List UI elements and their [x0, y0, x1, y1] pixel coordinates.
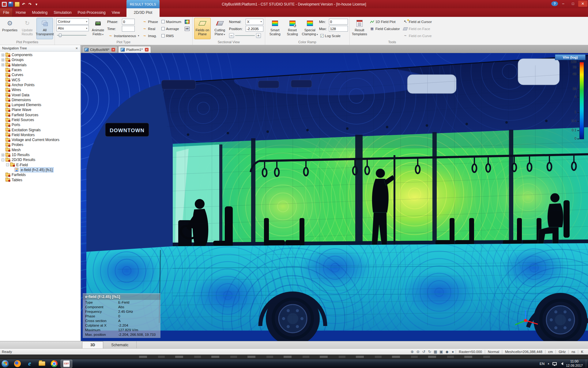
clock[interactable]: 11:00 12.09.2017: [566, 359, 586, 368]
tree-item-tables[interactable]: Tables: [0, 177, 80, 182]
tab-2d3d-plot[interactable]: 2D/3D Plot: [126, 8, 160, 17]
tree-item-dimensions[interactable]: Dimensions: [0, 98, 80, 102]
close-tab-icon[interactable]: ✕: [111, 48, 115, 52]
instantaneous-dropdown[interactable]: ~ Instantaneous▾: [107, 33, 140, 39]
maximum-button[interactable]: Maximum: [160, 18, 183, 25]
rms-button[interactable]: RMS: [160, 33, 183, 39]
tree-item-probes[interactable]: Probes: [0, 142, 80, 147]
tree-item-wires[interactable]: Wires: [0, 87, 80, 92]
position-input[interactable]: [246, 26, 263, 32]
contour-combobox[interactable]: Contour▾: [56, 18, 89, 25]
tree-expander-icon[interactable]: -: [2, 159, 4, 161]
min-input[interactable]: [329, 19, 348, 25]
view-tab-3d[interactable]: 3D: [82, 341, 103, 348]
position-minus-button[interactable]: –: [229, 33, 234, 38]
tree-expander-icon[interactable]: +: [2, 59, 4, 61]
language-indicator[interactable]: EN: [540, 362, 545, 366]
tree-item-e-field[interactable]: -E-Field: [0, 163, 80, 167]
taskbar-item-file-explorer[interactable]: [36, 360, 48, 368]
field-calculator-button[interactable]: ▦ Field Calculator: [369, 25, 401, 32]
taskbar-item-internet-explorer[interactable]: e: [24, 360, 36, 368]
open-icon[interactable]: [15, 2, 20, 7]
reset-scaling-button[interactable]: Reset Scaling: [284, 18, 301, 39]
position-plus-button[interactable]: +: [256, 33, 261, 38]
3d-viewport[interactable]: DOWNTOWN: [81, 53, 588, 341]
all-transparent-button[interactable]: All Transparent: [36, 18, 53, 39]
tree-item-field-sources[interactable]: Field Sources: [0, 117, 80, 122]
phase-input[interactable]: [122, 19, 135, 25]
tab-home[interactable]: Home: [13, 8, 29, 17]
close-button[interactable]: ✕: [578, 1, 587, 7]
rotate-right-icon[interactable]: ↻: [427, 349, 432, 354]
fields-on-plane-button[interactable]: Fields on Plane: [194, 18, 211, 39]
normal-combobox[interactable]: X▾: [246, 19, 263, 25]
axes-icon[interactable]: ◆: [444, 349, 450, 354]
tab-post-processing[interactable]: Post-Processing: [75, 8, 109, 17]
phase-button[interactable]: ~Phase: [141, 18, 159, 25]
tree-item-farfields[interactable]: Farfields: [0, 172, 80, 177]
show-hidden-icons[interactable]: ▲: [547, 362, 550, 365]
zoom-in-icon[interactable]: ⊕: [409, 349, 415, 354]
tree-item-plane-wave[interactable]: Plane Wave: [0, 107, 80, 112]
max-input[interactable]: [329, 26, 348, 32]
redo-icon[interactable]: ↷: [28, 2, 32, 7]
special-clamping-button[interactable]: Special Clamping▾: [302, 18, 318, 39]
view-tab-schematic[interactable]: Schematic: [103, 341, 137, 348]
tab-view[interactable]: View: [109, 8, 123, 17]
fit-view-icon[interactable]: ▣: [438, 349, 444, 354]
taskbar-item-cst-studio[interactable]: CST: [61, 360, 72, 368]
close-tree-icon[interactable]: ✕: [74, 46, 79, 51]
tab-modeling[interactable]: Modeling: [29, 8, 51, 17]
plot-opacity-slider[interactable]: [56, 33, 87, 38]
tree-item-voltage-and-current-monitors[interactable]: Voltage and Current Monitors: [0, 137, 80, 142]
tab-simulation[interactable]: Simulation: [51, 8, 74, 17]
tree-expander-icon[interactable]: -: [6, 163, 9, 166]
tree-item-anchor-points[interactable]: Anchor Points: [0, 82, 80, 87]
document-tab-citybuswifi[interactable]: CityBusWifi*✕: [82, 46, 118, 53]
log-scale-checkbox[interactable]: ✓ Log Scale: [319, 33, 348, 39]
minimize-button[interactable]: –: [559, 1, 568, 7]
tree-item-faces[interactable]: Faces: [0, 67, 80, 72]
tree-item-curves[interactable]: Curves: [0, 72, 80, 77]
tree-expander-icon[interactable]: +: [2, 54, 4, 56]
tree-item-farfield-sources[interactable]: Farfield Sources: [0, 113, 80, 117]
tree-item-groups[interactable]: +Groups: [0, 57, 80, 62]
imaginary-button[interactable]: ~Imag.: [141, 33, 159, 39]
animate-fields-button[interactable]: Animate Fields▾: [90, 18, 106, 39]
maximize-button[interactable]: □: [568, 1, 578, 7]
tree-item-1d-results[interactable]: +1D Results: [0, 152, 80, 157]
tree-item-excitation-signals[interactable]: Excitation Signals: [0, 127, 80, 132]
tree-item-voxel-data[interactable]: Voxel Data: [0, 92, 80, 97]
tree-item-wcs[interactable]: WCS: [0, 77, 80, 82]
tree-expander-icon[interactable]: +: [2, 154, 4, 156]
field-at-cursor-button[interactable]: ↖ Field at Cursor: [402, 18, 433, 25]
tree-item-ports[interactable]: Ports: [0, 122, 80, 127]
start-button[interactable]: [1, 360, 9, 368]
undo-icon[interactable]: ↶: [21, 2, 26, 7]
close-tab-icon[interactable]: ✕: [145, 48, 149, 52]
taskbar-item-firefox[interactable]: [12, 360, 23, 368]
tree-item-mesh[interactable]: Mesh: [0, 148, 80, 152]
rotate-left-icon[interactable]: ↺: [421, 349, 427, 354]
db-color-button[interactable]: dB: [183, 18, 191, 25]
real-button[interactable]: ~Real: [141, 25, 159, 32]
average-button[interactable]: Average: [160, 25, 183, 32]
mesh-view-icon[interactable]: ▦: [432, 349, 438, 354]
tree-item-field-monitors[interactable]: Field Monitors: [0, 132, 80, 137]
1d-field-plot-button[interactable]: 1D Field Plot: [369, 18, 401, 25]
tree-item-materials[interactable]: +Materials: [0, 63, 80, 67]
speaker-icon[interactable]: [560, 362, 563, 365]
tree-item-2d-3d-results[interactable]: -2D/3D Results: [0, 157, 80, 162]
db-button[interactable]: dB: [183, 25, 191, 32]
tree-item-e-field-f-2-45-fs1[interactable]: e-field (f=2.45) [fs1]: [0, 167, 80, 172]
tab-file[interactable]: File: [0, 8, 13, 17]
network-icon[interactable]: [552, 362, 557, 365]
point-icon[interactable]: ●: [450, 349, 456, 354]
result-templates-button[interactable]: Result Templates: [351, 18, 368, 39]
taskbar-item-chrome[interactable]: [48, 360, 60, 368]
help-button[interactable]: ?: [551, 1, 558, 6]
position-track[interactable]: [235, 35, 255, 36]
smart-scaling-button[interactable]: Smart Scaling: [267, 18, 283, 39]
customize-quick-access-icon[interactable]: ▾: [34, 2, 39, 7]
properties-button[interactable]: ⚙ Properties: [2, 18, 18, 39]
